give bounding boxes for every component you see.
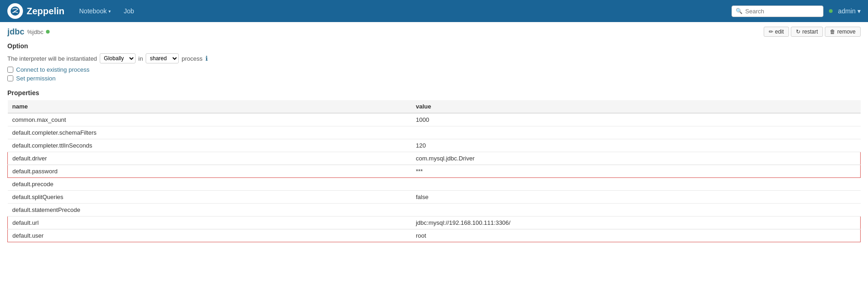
navbar: Zeppelin Notebook ▾ Job 🔍 admin ▾: [0, 0, 868, 22]
connect-existing-row: Connect to existing process: [7, 66, 861, 73]
prop-name-cell: default.completer.ttlInSeconds: [8, 139, 411, 152]
table-row: default.urljdbc:mysql://192.168.100.111:…: [8, 217, 861, 229]
interpreter-tag: %jdbc: [27, 29, 43, 35]
search-icon: 🔍: [736, 8, 743, 14]
prop-value-cell: [411, 204, 861, 217]
edit-button[interactable]: ✏ edit: [764, 27, 789, 37]
set-permission-row: Set permission: [7, 75, 861, 82]
option-title: Option: [7, 42, 861, 50]
prop-name-cell: default.user: [8, 229, 411, 242]
connect-existing-checkbox[interactable]: [7, 67, 13, 73]
connection-status-dot: [829, 9, 833, 13]
table-row: default.password***: [8, 165, 861, 178]
chevron-down-icon: ▾: [857, 7, 861, 15]
globally-select[interactable]: Globally Per User: [100, 53, 136, 63]
option-instantiation-row: The interpreter will be instantiated Glo…: [7, 53, 861, 63]
navbar-right: 🔍 admin ▾: [732, 6, 861, 17]
prop-value-cell: 120: [411, 139, 861, 152]
nav-notebook[interactable]: Notebook ▾: [74, 5, 116, 17]
nav-job[interactable]: Job: [118, 5, 140, 17]
navbar-menu: Notebook ▾ Job: [74, 5, 722, 17]
restart-icon: ↻: [796, 29, 800, 35]
interpreter-header: jdbc %jdbc ✏ edit ↻ restart 🗑 remove: [7, 27, 861, 39]
prop-name-cell: default.splitQueries: [8, 191, 411, 204]
connect-existing-label: Connect to existing process: [16, 66, 90, 73]
interpreter-name: jdbc: [7, 27, 24, 37]
col-name: name: [8, 100, 411, 113]
process-text: process: [182, 55, 203, 62]
search-box[interactable]: 🔍: [732, 6, 823, 17]
col-value: value: [411, 100, 861, 113]
prop-value-cell: root: [411, 229, 861, 242]
interpreter-title: jdbc %jdbc: [7, 27, 50, 37]
prop-name-cell: default.precode: [8, 178, 411, 191]
table-row: default.splitQueriesfalse: [8, 191, 861, 204]
prop-value-cell: ***: [411, 165, 861, 178]
prop-value-cell: [411, 126, 861, 139]
option-section: Option The interpreter will be instantia…: [7, 42, 861, 82]
prop-name-cell: default.completer.schemaFilters: [8, 126, 411, 139]
properties-table: name value common.max_count1000default.c…: [7, 100, 861, 242]
set-permission-checkbox[interactable]: [7, 75, 13, 81]
running-status-dot: [46, 30, 50, 34]
table-row: default.userroot: [8, 229, 861, 242]
prop-value-cell: false: [411, 191, 861, 204]
properties-section: Properties name value common.max_count10…: [7, 89, 861, 242]
table-row: default.precode: [8, 178, 861, 191]
remove-button[interactable]: 🗑 remove: [825, 27, 861, 37]
restart-button[interactable]: ↻ restart: [791, 27, 823, 37]
brand-logo[interactable]: Zeppelin: [7, 3, 64, 19]
table-header-row: name value: [8, 100, 861, 113]
prop-value-cell: 1000: [411, 113, 861, 126]
main-content: jdbc %jdbc ✏ edit ↻ restart 🗑 remove Opt…: [0, 22, 868, 247]
instantiation-text: The interpreter will be instantiated: [7, 55, 97, 62]
table-row: default.drivercom.mysql.jdbc.Driver: [8, 152, 861, 165]
prop-name-cell: default.driver: [8, 152, 411, 165]
logo-icon: [7, 3, 23, 19]
info-icon[interactable]: ℹ: [205, 55, 208, 62]
admin-menu[interactable]: admin ▾: [838, 7, 861, 15]
prop-name-cell: default.password: [8, 165, 411, 178]
trash-icon: 🗑: [830, 29, 835, 35]
table-row: default.completer.ttlInSeconds120: [8, 139, 861, 152]
shared-select[interactable]: shared scoped isolated: [146, 53, 179, 63]
action-buttons: ✏ edit ↻ restart 🗑 remove: [764, 27, 861, 37]
prop-name-cell: common.max_count: [8, 113, 411, 126]
set-permission-label: Set permission: [16, 75, 56, 82]
brand-name: Zeppelin: [27, 6, 64, 17]
edit-icon: ✏: [769, 29, 773, 35]
prop-value-cell: com.mysql.jdbc.Driver: [411, 152, 861, 165]
table-row: common.max_count1000: [8, 113, 861, 126]
table-row: default.completer.schemaFilters: [8, 126, 861, 139]
chevron-down-icon: ▾: [108, 9, 111, 14]
properties-title: Properties: [7, 89, 861, 97]
search-input[interactable]: [745, 8, 819, 15]
prop-value-cell: jdbc:mysql://192.168.100.111:3306/: [411, 217, 861, 229]
table-row: default.statementPrecode: [8, 204, 861, 217]
prop-name-cell: default.statementPrecode: [8, 204, 411, 217]
prop-name-cell: default.url: [8, 217, 411, 229]
in-text: in: [138, 55, 143, 62]
prop-value-cell: [411, 178, 861, 191]
